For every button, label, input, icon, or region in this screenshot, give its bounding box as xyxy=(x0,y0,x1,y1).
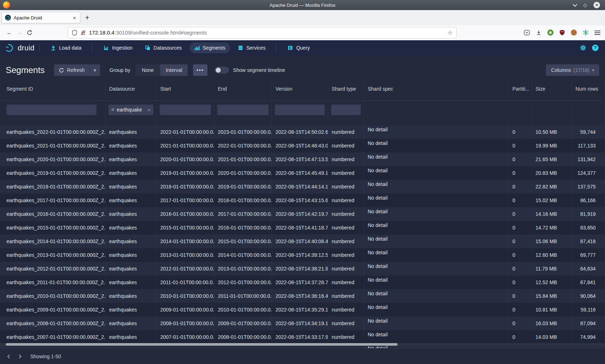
privacy-badger-icon[interactable] xyxy=(547,29,554,36)
column-header-num-rows[interactable]: Num rows xyxy=(572,80,605,97)
refresh-button[interactable]: Refresh xyxy=(54,64,89,76)
cell-id: earthquakes_2010-01-01T00:00:00.000Z_2..… xyxy=(0,289,106,303)
cell-partition: 0 xyxy=(509,276,532,289)
column-header-end[interactable]: End xyxy=(214,80,272,97)
nav-item-label: Services xyxy=(246,45,266,51)
table-row: earthquakes_2013-01-01T00:00:00.000Z_2..… xyxy=(0,248,605,262)
url-path: :30109/unified-console.html#segments xyxy=(115,29,207,36)
cell-size: 21.65 MB xyxy=(532,153,572,166)
menu-hamburger-icon[interactable] xyxy=(595,29,600,36)
cell-id: earthquakes_2009-01-01T00:00:00.000Z_2..… xyxy=(0,303,106,317)
gear-icon[interactable] xyxy=(580,45,586,51)
filter-input-version[interactable] xyxy=(275,104,325,115)
cell-partition: 0 xyxy=(509,289,532,303)
column-header-segment-id[interactable]: Segment ID xyxy=(0,80,106,97)
group-by-none-button[interactable]: None xyxy=(136,64,160,76)
cell-num-rows: 67,841 xyxy=(572,276,605,289)
database-stack-icon xyxy=(238,45,243,51)
tab-close-icon[interactable]: × xyxy=(72,15,77,21)
chevron-left-icon xyxy=(7,354,11,358)
remove-filter-icon[interactable]: × xyxy=(147,107,151,113)
group-none-label: None xyxy=(142,67,154,73)
cell-size: 15.06 MB xyxy=(532,235,572,248)
tab-bar: Apache Druid × + xyxy=(0,10,605,25)
nav-item-services[interactable]: Services xyxy=(233,42,270,53)
window-close-icon[interactable]: × xyxy=(593,2,600,8)
cell-shard-type: numbered xyxy=(328,153,364,166)
next-page-button[interactable] xyxy=(14,351,24,361)
url-bar[interactable]: 172.18.0.4:30109/unified-console.html#se… xyxy=(68,27,457,38)
cell-num-rows: 87,094 xyxy=(572,317,605,330)
ublock-shield-icon[interactable] xyxy=(559,29,565,36)
help-icon[interactable]: ? xyxy=(592,45,599,51)
url-text[interactable]: 172.18.0.4:30109/unified-console.html#se… xyxy=(89,29,207,36)
toggle-knob xyxy=(216,68,221,73)
horizontal-scrollbar-thumb[interactable] xyxy=(6,343,398,346)
cell-start: 2007-01-01T00:00:00.0... xyxy=(157,330,214,344)
cell-id: earthquakes_2008-01-01T00:00:00.000Z_2..… xyxy=(0,317,106,330)
druid-brand[interactable]: druid xyxy=(5,43,35,53)
window-maximize-icon[interactable]: ◇ xyxy=(583,3,587,8)
datasource-filter-tag[interactable]: =earthquake× xyxy=(108,104,153,115)
multi-color-asterisk-icon[interactable] xyxy=(583,29,589,36)
column-header-version[interactable]: Version xyxy=(272,80,328,97)
column-header-datasource[interactable]: Datasource xyxy=(106,80,157,97)
group-by-interval-button[interactable]: Interval xyxy=(160,64,188,76)
cell-shard-spec: No detail xyxy=(364,125,509,139)
column-header-shard-spec[interactable]: Shard spec xyxy=(364,80,509,97)
table-row: earthquakes_2010-01-01T00:00:00.000Z_2..… xyxy=(0,289,605,303)
filter-input-segment-id[interactable] xyxy=(6,104,97,115)
cell-version: 2022-08-15T14:35:29.1... xyxy=(272,303,328,317)
cell-shard-spec: No detail xyxy=(364,330,509,344)
cell-end: 2016-01-01T00:00:00.0... xyxy=(214,221,272,235)
nav-item-load-data[interactable]: Load data xyxy=(46,42,86,53)
caret-down-icon: ▾ xyxy=(592,68,594,73)
lock-slash-icon[interactable] xyxy=(80,30,86,36)
cell-start: 2016-01-01T00:00:00.0... xyxy=(157,207,214,221)
nav-item-datasources[interactable]: Datasources xyxy=(140,42,187,53)
cell-datasource: earthquakes xyxy=(106,153,157,166)
cell-partition: 0 xyxy=(509,248,532,262)
new-tab-button[interactable]: + xyxy=(85,13,89,22)
cell-version: 2022-08-15T14:39:12.5... xyxy=(272,248,328,262)
column-header-size[interactable]: Size xyxy=(532,80,572,97)
column-header-partiti[interactable]: Partiti... xyxy=(509,80,532,97)
horizontal-scrollbar-track[interactable] xyxy=(0,343,605,346)
browser-tab[interactable]: Apache Druid × xyxy=(1,12,80,23)
nav-item-ingestion[interactable]: Ingestion xyxy=(99,42,137,53)
filter-input-end[interactable] xyxy=(217,104,269,115)
pagination-footer: Showing 1-50 xyxy=(0,348,605,364)
more-options-button[interactable]: ••• xyxy=(193,64,207,76)
cell-version: 2022-08-15T14:37:28.7... xyxy=(272,276,328,289)
cell-partition: 0 xyxy=(509,303,532,317)
tracking-shield-icon[interactable] xyxy=(72,30,77,36)
window-minimize-icon[interactable] xyxy=(573,2,577,7)
segment-timeline-toggle[interactable] xyxy=(215,67,229,74)
refresh-dropdown-button[interactable]: ▾ xyxy=(89,64,100,76)
pocket-icon[interactable] xyxy=(524,30,530,36)
back-button[interactable]: ← xyxy=(4,29,14,36)
cell-shard-spec: No detail xyxy=(364,276,509,289)
column-header-shard-type[interactable]: Shard type xyxy=(328,80,364,97)
cell-shard-type: numbered xyxy=(328,180,364,194)
bookmark-star-icon[interactable]: ☆ xyxy=(448,29,453,36)
columns-button[interactable]: Columns (17/18) ▾ xyxy=(546,64,599,76)
table-row: earthquakes_2014-01-01T00:00:00.000Z_2..… xyxy=(0,235,605,248)
nav-item-segments[interactable]: Segments xyxy=(189,42,230,53)
cell-id: earthquakes_2018-01-01T00:00:00.000Z_2..… xyxy=(0,180,106,194)
previous-page-button[interactable] xyxy=(4,351,14,361)
cell-version: 2022-08-15T14:38:21.9... xyxy=(272,262,328,276)
druid-favicon-icon xyxy=(5,15,11,21)
column-header-start[interactable]: Start xyxy=(157,80,214,97)
cookie-icon[interactable] xyxy=(571,29,577,36)
filter-input-start[interactable] xyxy=(160,104,211,115)
filter-input-shard-type[interactable] xyxy=(331,104,361,115)
forward-button[interactable]: → xyxy=(14,29,24,36)
cell-partition: 0 xyxy=(509,194,532,207)
reload-button[interactable] xyxy=(24,29,35,36)
cell-start: 2011-01-01T00:00:00.0... xyxy=(157,276,214,289)
cell-start: 2021-01-01T00:00:00.0... xyxy=(157,139,214,153)
table-row: earthquakes_2008-01-01T00:00:00.000Z_2..… xyxy=(0,317,605,330)
downloads-icon[interactable] xyxy=(536,30,542,36)
nav-item-query[interactable]: Query xyxy=(283,42,314,53)
